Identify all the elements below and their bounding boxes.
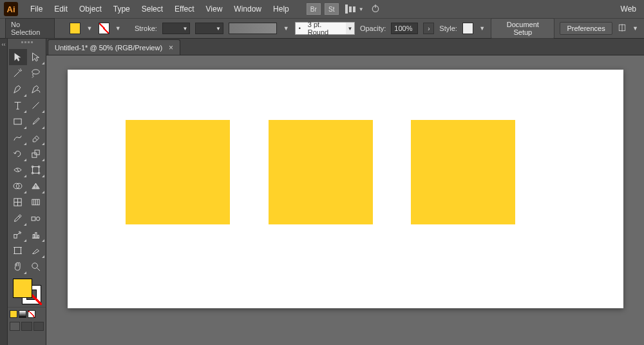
panel-grip-icon[interactable] [8,41,46,48]
svg-rect-26 [14,235,17,239]
stroke-dropdown[interactable]: ▼ [115,23,122,34]
draw-behind[interactable] [21,322,32,331]
pen-tool[interactable] [9,81,27,97]
svg-rect-28 [33,235,34,239]
brush-stroke-profile[interactable]: • 3 pt. Round ▼ [295,22,355,35]
svg-line-9 [17,168,19,172]
arrange-documents-icon[interactable]: ▼ [345,5,364,14]
chevron-left-icon: ‹‹ [2,41,6,345]
svg-rect-10 [33,167,39,173]
document-tab-title: Untitled-1* @ 50% (RGB/Preview) [55,44,162,52]
draw-normal[interactable] [10,322,20,331]
color-mode-none[interactable] [28,310,35,318]
perspective-grid-tool[interactable] [27,178,45,194]
fill-stroke-indicator[interactable] [13,279,41,304]
left-panel-collapse-strip[interactable]: ‹‹ [0,39,8,345]
fill-swatch[interactable] [70,23,80,34]
brush-definition[interactable] [229,23,277,34]
type-tool[interactable] [9,97,27,113]
stroke-weight-field[interactable]: ▼ [162,23,191,34]
document-setup-button[interactable]: Document Setup [491,18,554,39]
align-to-icon[interactable] [618,23,627,34]
document-tab[interactable]: Untitled-1* @ 50% (RGB/Preview) × [48,39,180,55]
svg-point-25 [36,217,40,221]
menu-bar: Ai File Edit Object Type Select Effect V… [0,0,644,18]
opacity-more[interactable]: › [423,23,434,34]
rectangle-tool[interactable] [9,113,27,130]
column-graph-tool[interactable] [27,226,45,242]
menu-window[interactable]: Window [228,0,267,18]
svg-rect-6 [14,119,21,124]
document-area: Untitled-1* @ 50% (RGB/Preview) × [46,39,644,345]
symbol-sprayer-tool[interactable] [9,226,27,242]
blend-tool[interactable] [27,210,45,226]
svg-line-5 [33,103,39,109]
opacity-field[interactable]: 100% [391,23,418,34]
selection-indicator: No Selection [5,18,55,39]
direct-selection-tool[interactable] [27,49,45,65]
stroke-swatch[interactable] [99,23,109,34]
stroke-label[interactable]: Stroke: [135,25,157,32]
workspace-switcher[interactable]: Web [621,5,636,14]
svg-rect-24 [32,217,35,221]
rectangle-shape[interactable] [269,120,373,224]
color-mode-row [8,307,46,320]
hand-tool[interactable] [9,259,27,275]
rectangle-shape[interactable] [126,120,230,224]
artboard-tool[interactable] [9,242,27,259]
brush-definition-dropdown[interactable]: ▼ [282,23,289,34]
zoom-tool[interactable] [27,259,45,275]
svg-rect-30 [37,235,39,238]
eraser-tool[interactable] [27,130,45,146]
canvas-viewport[interactable] [46,55,644,345]
selection-tool[interactable] [9,49,27,65]
menu-file[interactable]: File [24,0,48,18]
svg-point-4 [32,70,39,74]
gradient-tool[interactable] [27,194,45,210]
graphic-style-swatch[interactable] [462,23,473,34]
slice-tool[interactable] [27,242,45,259]
color-mode-solid[interactable] [10,310,17,318]
style-label[interactable]: Style: [439,25,457,32]
fill-dropdown[interactable]: ▼ [86,23,93,34]
paintbrush-tool[interactable] [27,113,45,130]
curvature-tool[interactable] [27,81,45,97]
shaper-tool[interactable] [9,130,27,146]
lasso-tool[interactable] [27,65,45,81]
stock-icon[interactable]: St [325,3,339,15]
draw-mode-row [8,320,46,332]
menu-view[interactable]: View [200,0,229,18]
artboard[interactable] [68,70,623,308]
opacity-label[interactable]: Opacity: [360,25,386,32]
close-tab-icon[interactable]: × [169,43,173,52]
eyedropper-tool[interactable] [9,210,27,226]
menu-help[interactable]: Help [267,0,295,18]
svg-line-37 [37,268,40,271]
variable-width-profile[interactable]: ▼ [195,23,223,34]
scale-tool[interactable] [27,146,45,162]
color-mode-gradient[interactable] [19,310,26,318]
menu-edit[interactable]: Edit [48,0,73,18]
mesh-tool[interactable] [9,194,27,210]
svg-rect-29 [35,233,37,239]
align-to-dropdown[interactable]: ▼ [632,23,639,34]
line-segment-tool[interactable] [27,97,45,113]
free-transform-tool[interactable] [27,162,45,178]
svg-rect-8 [35,150,39,155]
bridge-icon[interactable]: Br [307,3,321,15]
app-icon: Ai [4,2,18,16]
rotate-tool[interactable] [9,146,27,162]
menu-effect[interactable]: Effect [169,0,200,18]
menu-object[interactable]: Object [73,0,108,18]
gpu-preview-icon[interactable] [370,3,381,15]
draw-inside[interactable] [33,322,44,331]
menu-select[interactable]: Select [136,0,169,18]
preferences-button[interactable]: Preferences [560,22,612,35]
magic-wand-tool[interactable] [9,65,27,81]
shape-builder-tool[interactable] [9,178,27,194]
graphic-style-dropdown[interactable]: ▼ [478,23,486,34]
menu-type[interactable]: Type [108,0,136,18]
fill-indicator[interactable] [13,279,32,298]
width-tool[interactable] [9,162,27,178]
rectangle-shape[interactable] [411,120,515,224]
